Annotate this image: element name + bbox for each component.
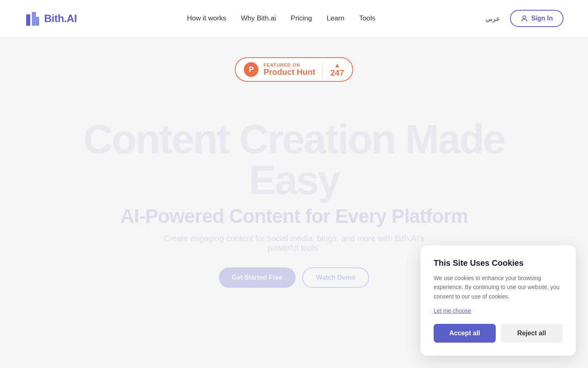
hero-headline-line1: Content Creation Made — [83, 119, 504, 159]
reject-all-button[interactable]: Reject all — [501, 324, 563, 343]
hero-description: Create engaging content for social media… — [151, 234, 437, 253]
cookie-buttons: Accept all Reject all — [434, 324, 563, 343]
hero-headline-line2: Easy — [249, 159, 339, 200]
ph-vote-count: 247 — [330, 69, 344, 77]
nav-item-pricing[interactable]: Pricing — [291, 14, 312, 22]
cookie-text: We use cookies to enhance your browsing … — [434, 274, 563, 301]
nav-links: How it works Why Bith.ai Pricing Learn T… — [187, 14, 375, 22]
nav-right: عربي Sign In — [486, 10, 564, 27]
accept-all-button[interactable]: Accept all — [434, 324, 496, 343]
user-icon — [521, 15, 528, 22]
product-hunt-badge[interactable]: P FEATURED ON Product Hunt ▲ 247 — [235, 57, 353, 82]
watch-demo-button[interactable]: Watch Demo — [302, 267, 369, 288]
nav-item-why-bith-ai[interactable]: Why Bith.ai — [241, 14, 276, 22]
navbar: Bith.AI How it works Why Bith.ai Pricing… — [0, 0, 588, 37]
svg-rect-0 — [26, 14, 30, 26]
ph-featured-label: FEATURED ON — [263, 63, 315, 67]
hero-cta-area: Get Started Free Watch Demo — [219, 267, 370, 288]
logo-icon — [24, 10, 41, 27]
main-content: P FEATURED ON Product Hunt ▲ 247 Content… — [0, 37, 588, 94]
nav-item-learn[interactable]: Learn — [327, 14, 344, 22]
svg-rect-2 — [36, 17, 39, 26]
logo[interactable]: Bith.AI — [24, 10, 77, 27]
svg-rect-1 — [32, 12, 36, 26]
hero-subtitle: AI-Powered Content for Every Platform — [120, 204, 468, 229]
signin-button[interactable]: Sign In — [510, 10, 564, 27]
cookie-banner: This Site Uses Cookies We use cookies to… — [421, 245, 576, 356]
logo-text: Bith.AI — [44, 12, 77, 25]
ph-arrow-icon: ▲ — [334, 62, 341, 69]
get-started-button[interactable]: Get Started Free — [219, 267, 296, 288]
ph-votes: ▲ 247 — [330, 62, 344, 77]
nav-item-how-it-works[interactable]: How it works — [187, 14, 226, 22]
ph-name-label: Product Hunt — [263, 67, 315, 77]
product-hunt-logo: P — [244, 62, 258, 77]
product-hunt-text: FEATURED ON Product Hunt — [263, 63, 315, 77]
let-me-choose-link[interactable]: Let me choose — [434, 307, 563, 314]
svg-point-3 — [523, 16, 526, 19]
cookie-title: This Site Uses Cookies — [434, 258, 563, 268]
ph-divider — [323, 62, 323, 77]
nav-item-tools[interactable]: Tools — [359, 14, 376, 22]
language-button[interactable]: عربي — [486, 15, 500, 22]
